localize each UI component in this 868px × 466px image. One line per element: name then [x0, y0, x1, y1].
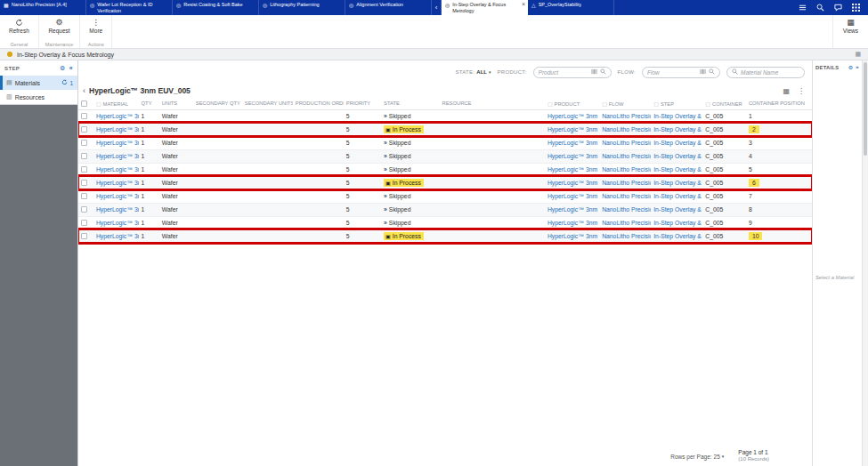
cell-material[interactable]: HyperLogic™ 3nm: [93, 109, 139, 123]
cell-flow[interactable]: NanoLitho Precisio: [599, 109, 651, 123]
cell-product[interactable]: HyperLogic™ 3nm: [545, 216, 599, 229]
column-header-secondary-units[interactable]: SECONDARY UNITS: [242, 98, 293, 109]
refresh-button[interactable]: Refresh: [6, 18, 32, 34]
material-name-input[interactable]: Material Name: [726, 67, 805, 78]
cell-flow[interactable]: NanoLitho Precisio: [599, 176, 651, 189]
table-row[interactable]: HyperLogic™ 3nm1Wafer5»SkippedHyperLogic…: [78, 216, 812, 229]
barcode-scan-icon[interactable]: [591, 68, 597, 76]
row-checkbox[interactable]: [81, 220, 87, 226]
rows-per-page-select[interactable]: Rows per Page: 25 ▾: [670, 454, 724, 460]
scrollbar-thumb[interactable]: [864, 62, 867, 156]
column-header-flow[interactable]: ▢FLOW: [599, 98, 651, 109]
cell-product[interactable]: HyperLogic™ 3nm: [545, 203, 599, 216]
row-checkbox[interactable]: [81, 180, 87, 186]
table-row[interactable]: HyperLogic™ 3nm1Wafer5»SkippedHyperLogic…: [78, 149, 812, 163]
row-checkbox[interactable]: [81, 113, 87, 119]
cell-product[interactable]: HyperLogic™ 3nm: [545, 163, 599, 176]
cell-product[interactable]: HyperLogic™ 3nm: [545, 176, 599, 189]
materials-refresh-icon[interactable]: [61, 79, 68, 86]
cell-material[interactable]: HyperLogic™ 3nm: [93, 163, 139, 176]
grid-view-icon[interactable]: ▦: [783, 87, 790, 95]
column-header-container[interactable]: ▢CONTAINER: [702, 98, 746, 109]
cell-product[interactable]: HyperLogic™ 3nm: [545, 123, 599, 136]
cell-step[interactable]: In-Step Overlay & F: [651, 163, 702, 176]
column-header-step[interactable]: ▢STEP: [651, 98, 702, 109]
column-header-units[interactable]: UNITS: [159, 98, 193, 109]
request-maintenance-button[interactable]: ⚙ Request: [45, 18, 72, 34]
cell-step[interactable]: In-Step Overlay & F: [651, 203, 702, 216]
column-header-product[interactable]: ▢PRODUCT: [545, 98, 599, 109]
cell-flow[interactable]: NanoLitho Precisio: [599, 123, 651, 136]
tab-wafer-lot-reception-id-verification[interactable]: ◎Wafer Lot Reception & ID Verification: [86, 0, 173, 15]
cell-material[interactable]: HyperLogic™ 3nm: [93, 189, 139, 203]
cell-material[interactable]: HyperLogic™ 3nm: [93, 123, 139, 136]
column-header-container-position[interactable]: CONTAINER POSITION: [746, 98, 812, 109]
more-actions-button[interactable]: ⋮ More: [86, 18, 105, 34]
cell-material[interactable]: HyperLogic™ 3nm: [93, 149, 139, 163]
table-row[interactable]: HyperLogic™ 3nm1Wafer5▣In ProcessHyperLo…: [78, 176, 812, 189]
back-chevron-icon[interactable]: ‹: [83, 87, 85, 95]
cell-product[interactable]: HyperLogic™ 3nm: [545, 109, 599, 123]
row-checkbox[interactable]: [81, 140, 87, 146]
column-header-production-order[interactable]: PRODUCTION ORDER: [293, 98, 344, 109]
table-row[interactable]: HyperLogic™ 3nm1Wafer5»SkippedHyperLogic…: [78, 203, 812, 216]
apps-grid-icon[interactable]: [852, 4, 860, 12]
cell-material[interactable]: HyperLogic™ 3nm: [93, 229, 139, 243]
cell-product[interactable]: HyperLogic™ 3nm: [545, 149, 599, 163]
tab-scroll-left-icon[interactable]: ‹: [432, 0, 442, 15]
cell-step[interactable]: In-Step Overlay & F: [651, 136, 702, 149]
views-button[interactable]: ▦ Views: [840, 18, 861, 34]
cell-flow[interactable]: NanoLitho Precisio: [599, 163, 651, 176]
tab-sp-overlaystability[interactable]: △SP_OverlayStability: [528, 0, 614, 15]
flow-search-input[interactable]: Flow: [642, 67, 720, 78]
table-row[interactable]: HyperLogic™ 3nm1Wafer5»SkippedHyperLogic…: [78, 109, 812, 123]
cell-material[interactable]: HyperLogic™ 3nm: [93, 216, 139, 229]
table-row[interactable]: HyperLogic™ 3nm1Wafer5▣In ProcessHyperLo…: [78, 123, 812, 136]
column-header-qty[interactable]: QTY: [139, 98, 159, 109]
table-row[interactable]: HyperLogic™ 3nm1Wafer5»SkippedHyperLogic…: [78, 136, 812, 149]
tab-lithography-patterning[interactable]: ◎Lithography Patterning: [259, 0, 345, 15]
cell-step[interactable]: In-Step Overlay & F: [651, 109, 702, 123]
cell-material[interactable]: HyperLogic™ 3nm: [93, 203, 139, 216]
tab-nanolitho-precision-a-4[interactable]: ▦NanoLitho Precision [A.4]: [0, 0, 86, 15]
sidebar-gear-icon[interactable]: ⚙: [60, 65, 66, 72]
cell-flow[interactable]: NanoLitho Precisio: [599, 229, 651, 243]
sidebar-collapse-icon[interactable]: «: [69, 65, 73, 72]
row-checkbox[interactable]: [81, 193, 87, 199]
column-header-secondary-qty[interactable]: SECONDARY QTY: [193, 98, 242, 109]
tab-in-step-overlay-focus-metrology[interactable]: ◎In-Step Overlay & Focus Metrology×: [442, 0, 528, 15]
tab-close-icon[interactable]: ×: [522, 1, 525, 7]
cell-flow[interactable]: NanoLitho Precisio: [599, 216, 651, 229]
row-checkbox[interactable]: [81, 206, 87, 213]
product-search-input[interactable]: Product: [533, 67, 612, 78]
barcode-scan-icon[interactable]: [700, 68, 706, 76]
vertical-scrollbar[interactable]: [862, 60, 868, 466]
cell-product[interactable]: HyperLogic™ 3nm: [545, 189, 599, 203]
tab-alignment-verification[interactable]: ◎Alignment Verification: [345, 0, 432, 15]
table-row[interactable]: HyperLogic™ 3nm1Wafer5»SkippedHyperLogic…: [78, 163, 812, 176]
column-header-resource[interactable]: RESOURCE: [440, 98, 545, 109]
table-kebab-icon[interactable]: ⋮: [798, 87, 805, 95]
search-icon[interactable]: [709, 68, 715, 76]
menu-icon[interactable]: [799, 4, 807, 12]
cell-flow[interactable]: NanoLitho Precisio: [599, 136, 651, 149]
search-icon[interactable]: [600, 68, 606, 76]
cell-step[interactable]: In-Step Overlay & F: [651, 189, 702, 203]
cell-step[interactable]: In-Step Overlay & F: [651, 149, 702, 163]
sidebar-item-resources[interactable]: ▥ Resources: [0, 90, 77, 104]
chat-icon[interactable]: [834, 4, 842, 12]
cell-product[interactable]: HyperLogic™ 3nm: [545, 229, 599, 243]
row-checkbox[interactable]: [81, 166, 87, 173]
cell-product[interactable]: HyperLogic™ 3nm: [545, 136, 599, 149]
cell-flow[interactable]: NanoLitho Precisio: [599, 203, 651, 216]
cell-flow[interactable]: NanoLitho Precisio: [599, 149, 651, 163]
tab-resist-coating-soft-bake[interactable]: ◎Resist Coating & Soft Bake: [173, 0, 259, 15]
column-header-priority[interactable]: PRIORITY: [344, 98, 381, 109]
cell-material[interactable]: HyperLogic™ 3nm: [93, 136, 139, 149]
row-checkbox[interactable]: [81, 233, 87, 239]
sidebar-item-materials[interactable]: ▤ Materials 1: [0, 76, 77, 90]
cell-step[interactable]: In-Step Overlay & F: [651, 216, 702, 229]
cell-step[interactable]: In-Step Overlay & F: [651, 176, 702, 189]
cell-flow[interactable]: NanoLitho Precisio: [599, 189, 651, 203]
details-gear-icon[interactable]: ⚙: [848, 64, 854, 70]
